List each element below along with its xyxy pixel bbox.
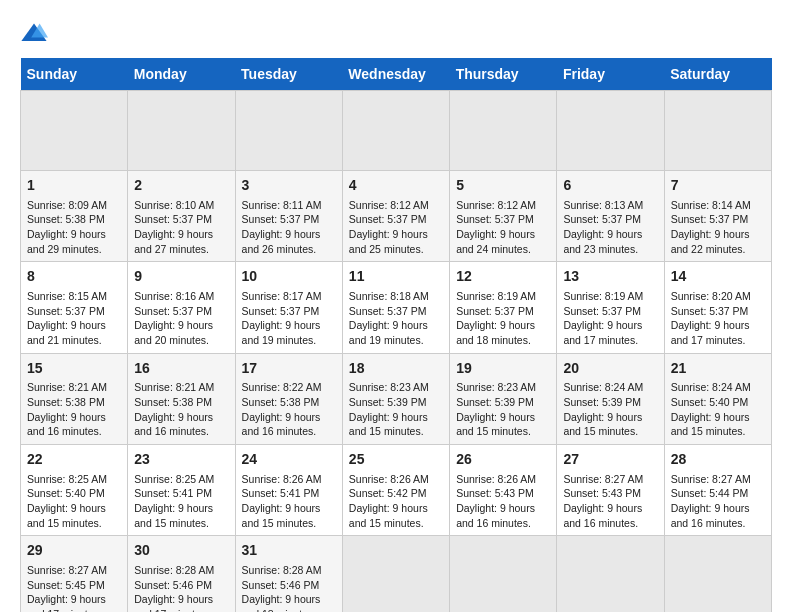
daylight-label: Daylight: 9 hours and 15 minutes. xyxy=(671,411,750,438)
day-header-sunday: Sunday xyxy=(21,58,128,91)
daylight-label: Daylight: 9 hours and 23 minutes. xyxy=(563,228,642,255)
calendar-cell xyxy=(342,536,449,612)
calendar-cell xyxy=(557,536,664,612)
sunrise-label: Sunrise: 8:26 AM xyxy=(242,473,322,485)
sunset-label: Sunset: 5:37 PM xyxy=(671,213,749,225)
sunset-label: Sunset: 5:38 PM xyxy=(27,213,105,225)
calendar-cell: 4Sunrise: 8:12 AMSunset: 5:37 PMDaylight… xyxy=(342,171,449,262)
calendar-cell: 20Sunrise: 8:24 AMSunset: 5:39 PMDayligh… xyxy=(557,353,664,444)
calendar-cell: 31Sunrise: 8:28 AMSunset: 5:46 PMDayligh… xyxy=(235,536,342,612)
calendar-cell: 2Sunrise: 8:10 AMSunset: 5:37 PMDaylight… xyxy=(128,171,235,262)
day-number: 29 xyxy=(27,541,121,561)
logo-icon xyxy=(20,20,48,48)
day-number: 25 xyxy=(349,450,443,470)
day-number: 9 xyxy=(134,267,228,287)
day-header-tuesday: Tuesday xyxy=(235,58,342,91)
sunrise-label: Sunrise: 8:18 AM xyxy=(349,290,429,302)
cell-info: Sunrise: 8:14 AMSunset: 5:37 PMDaylight:… xyxy=(671,198,765,257)
day-number: 30 xyxy=(134,541,228,561)
calendar-cell: 15Sunrise: 8:21 AMSunset: 5:38 PMDayligh… xyxy=(21,353,128,444)
calendar-cell: 11Sunrise: 8:18 AMSunset: 5:37 PMDayligh… xyxy=(342,262,449,353)
cell-info: Sunrise: 8:13 AMSunset: 5:37 PMDaylight:… xyxy=(563,198,657,257)
daylight-label: Daylight: 9 hours and 18 minutes. xyxy=(242,593,321,612)
sunrise-label: Sunrise: 8:26 AM xyxy=(456,473,536,485)
day-number: 20 xyxy=(563,359,657,379)
daylight-label: Daylight: 9 hours and 22 minutes. xyxy=(671,228,750,255)
calendar-week-row: 29Sunrise: 8:27 AMSunset: 5:45 PMDayligh… xyxy=(21,536,772,612)
calendar-cell: 7Sunrise: 8:14 AMSunset: 5:37 PMDaylight… xyxy=(664,171,771,262)
calendar-cell: 13Sunrise: 8:19 AMSunset: 5:37 PMDayligh… xyxy=(557,262,664,353)
calendar-cell: 17Sunrise: 8:22 AMSunset: 5:38 PMDayligh… xyxy=(235,353,342,444)
daylight-label: Daylight: 9 hours and 17 minutes. xyxy=(134,593,213,612)
sunset-label: Sunset: 5:39 PM xyxy=(349,396,427,408)
sunset-label: Sunset: 5:37 PM xyxy=(134,213,212,225)
calendar-cell: 29Sunrise: 8:27 AMSunset: 5:45 PMDayligh… xyxy=(21,536,128,612)
calendar-week-row: 1Sunrise: 8:09 AMSunset: 5:38 PMDaylight… xyxy=(21,171,772,262)
cell-info: Sunrise: 8:23 AMSunset: 5:39 PMDaylight:… xyxy=(456,380,550,439)
cell-info: Sunrise: 8:11 AMSunset: 5:37 PMDaylight:… xyxy=(242,198,336,257)
day-number: 22 xyxy=(27,450,121,470)
sunset-label: Sunset: 5:37 PM xyxy=(242,213,320,225)
sunrise-label: Sunrise: 8:12 AM xyxy=(456,199,536,211)
day-number: 6 xyxy=(563,176,657,196)
calendar-cell: 25Sunrise: 8:26 AMSunset: 5:42 PMDayligh… xyxy=(342,445,449,536)
daylight-label: Daylight: 9 hours and 15 minutes. xyxy=(134,502,213,529)
calendar-cell: 6Sunrise: 8:13 AMSunset: 5:37 PMDaylight… xyxy=(557,171,664,262)
daylight-label: Daylight: 9 hours and 17 minutes. xyxy=(671,319,750,346)
calendar-cell: 22Sunrise: 8:25 AMSunset: 5:40 PMDayligh… xyxy=(21,445,128,536)
day-header-thursday: Thursday xyxy=(450,58,557,91)
calendar-cell: 1Sunrise: 8:09 AMSunset: 5:38 PMDaylight… xyxy=(21,171,128,262)
sunrise-label: Sunrise: 8:20 AM xyxy=(671,290,751,302)
calendar-cell: 24Sunrise: 8:26 AMSunset: 5:41 PMDayligh… xyxy=(235,445,342,536)
day-number: 15 xyxy=(27,359,121,379)
day-number: 31 xyxy=(242,541,336,561)
sunset-label: Sunset: 5:38 PM xyxy=(242,396,320,408)
daylight-label: Daylight: 9 hours and 16 minutes. xyxy=(563,502,642,529)
sunrise-label: Sunrise: 8:09 AM xyxy=(27,199,107,211)
daylight-label: Daylight: 9 hours and 15 minutes. xyxy=(563,411,642,438)
sunset-label: Sunset: 5:37 PM xyxy=(349,305,427,317)
calendar-cell: 23Sunrise: 8:25 AMSunset: 5:41 PMDayligh… xyxy=(128,445,235,536)
sunrise-label: Sunrise: 8:28 AM xyxy=(242,564,322,576)
cell-info: Sunrise: 8:21 AMSunset: 5:38 PMDaylight:… xyxy=(134,380,228,439)
calendar-week-row: 22Sunrise: 8:25 AMSunset: 5:40 PMDayligh… xyxy=(21,445,772,536)
calendar-cell xyxy=(235,91,342,171)
calendar-cell: 8Sunrise: 8:15 AMSunset: 5:37 PMDaylight… xyxy=(21,262,128,353)
cell-info: Sunrise: 8:16 AMSunset: 5:37 PMDaylight:… xyxy=(134,289,228,348)
cell-info: Sunrise: 8:24 AMSunset: 5:40 PMDaylight:… xyxy=(671,380,765,439)
cell-info: Sunrise: 8:26 AMSunset: 5:43 PMDaylight:… xyxy=(456,472,550,531)
calendar-cell: 10Sunrise: 8:17 AMSunset: 5:37 PMDayligh… xyxy=(235,262,342,353)
cell-info: Sunrise: 8:18 AMSunset: 5:37 PMDaylight:… xyxy=(349,289,443,348)
calendar-header-row: SundayMondayTuesdayWednesdayThursdayFrid… xyxy=(21,58,772,91)
sunrise-label: Sunrise: 8:22 AM xyxy=(242,381,322,393)
sunset-label: Sunset: 5:43 PM xyxy=(563,487,641,499)
cell-info: Sunrise: 8:27 AMSunset: 5:43 PMDaylight:… xyxy=(563,472,657,531)
calendar-cell xyxy=(21,91,128,171)
daylight-label: Daylight: 9 hours and 29 minutes. xyxy=(27,228,106,255)
sunrise-label: Sunrise: 8:12 AM xyxy=(349,199,429,211)
day-number: 13 xyxy=(563,267,657,287)
sunset-label: Sunset: 5:38 PM xyxy=(27,396,105,408)
sunrise-label: Sunrise: 8:27 AM xyxy=(27,564,107,576)
cell-info: Sunrise: 8:26 AMSunset: 5:42 PMDaylight:… xyxy=(349,472,443,531)
daylight-label: Daylight: 9 hours and 17 minutes. xyxy=(563,319,642,346)
sunrise-label: Sunrise: 8:28 AM xyxy=(134,564,214,576)
day-number: 12 xyxy=(456,267,550,287)
sunset-label: Sunset: 5:41 PM xyxy=(134,487,212,499)
daylight-label: Daylight: 9 hours and 15 minutes. xyxy=(456,411,535,438)
sunset-label: Sunset: 5:44 PM xyxy=(671,487,749,499)
calendar-cell: 16Sunrise: 8:21 AMSunset: 5:38 PMDayligh… xyxy=(128,353,235,444)
sunset-label: Sunset: 5:42 PM xyxy=(349,487,427,499)
sunset-label: Sunset: 5:40 PM xyxy=(27,487,105,499)
day-header-saturday: Saturday xyxy=(664,58,771,91)
sunset-label: Sunset: 5:37 PM xyxy=(134,305,212,317)
daylight-label: Daylight: 9 hours and 15 minutes. xyxy=(349,502,428,529)
day-number: 17 xyxy=(242,359,336,379)
day-number: 14 xyxy=(671,267,765,287)
cell-info: Sunrise: 8:24 AMSunset: 5:39 PMDaylight:… xyxy=(563,380,657,439)
calendar-week-row: 8Sunrise: 8:15 AMSunset: 5:37 PMDaylight… xyxy=(21,262,772,353)
calendar-cell: 12Sunrise: 8:19 AMSunset: 5:37 PMDayligh… xyxy=(450,262,557,353)
calendar-week-row: 15Sunrise: 8:21 AMSunset: 5:38 PMDayligh… xyxy=(21,353,772,444)
day-number: 1 xyxy=(27,176,121,196)
cell-info: Sunrise: 8:23 AMSunset: 5:39 PMDaylight:… xyxy=(349,380,443,439)
